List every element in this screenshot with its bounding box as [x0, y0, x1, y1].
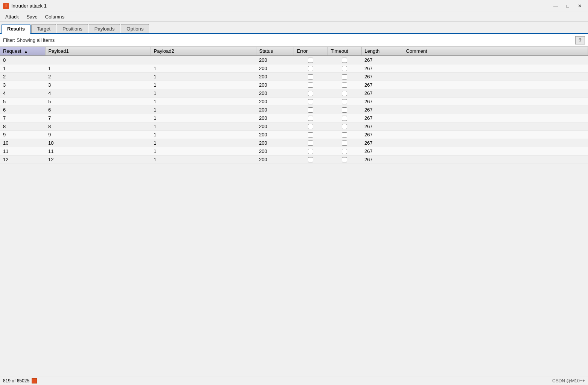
table-cell: 200	[256, 81, 294, 89]
table-row[interactable]: 11111200267	[0, 147, 588, 156]
timeout-checkbox[interactable]	[342, 157, 347, 162]
error-checkbox[interactable]	[308, 58, 313, 63]
menu-columns[interactable]: Columns	[41, 13, 68, 20]
table-row[interactable]: 111200267	[0, 64, 588, 73]
table-cell[interactable]	[294, 114, 328, 122]
table-row[interactable]: 991200267	[0, 131, 588, 139]
error-checkbox[interactable]	[308, 91, 313, 96]
table-cell: 200	[256, 64, 294, 73]
timeout-checkbox[interactable]	[342, 91, 347, 96]
table-cell[interactable]	[328, 139, 361, 147]
table-row[interactable]: 0200267	[0, 56, 588, 64]
table-cell[interactable]	[328, 81, 361, 89]
table-row[interactable]: 441200267	[0, 89, 588, 98]
table-cell: 267	[361, 139, 403, 147]
table-cell[interactable]	[328, 56, 361, 64]
table-cell[interactable]	[328, 64, 361, 73]
menu-save[interactable]: Save	[23, 13, 41, 20]
menu-attack[interactable]: Attack	[2, 13, 23, 20]
timeout-checkbox[interactable]	[342, 107, 347, 113]
table-cell: 4	[0, 89, 45, 98]
table-cell[interactable]	[294, 89, 328, 98]
table-cell[interactable]	[294, 98, 328, 106]
tab-results[interactable]: Results	[2, 24, 30, 34]
table-cell: 1	[151, 122, 256, 131]
tab-options[interactable]: Options	[121, 24, 149, 33]
timeout-checkbox[interactable]	[342, 66, 347, 71]
table-cell[interactable]	[328, 98, 361, 106]
table-cell[interactable]	[294, 156, 328, 164]
table-cell[interactable]	[294, 106, 328, 114]
table-header-row: Request ▲ Payload1 Payload2 Status Error…	[0, 47, 588, 56]
table-cell[interactable]	[294, 81, 328, 89]
table-cell: 1	[151, 89, 256, 98]
timeout-checkbox[interactable]	[342, 58, 347, 63]
timeout-checkbox[interactable]	[342, 124, 347, 129]
table-cell[interactable]	[328, 73, 361, 81]
table-row[interactable]: 881200267	[0, 122, 588, 131]
table-cell[interactable]	[328, 147, 361, 156]
table-row[interactable]: 551200267	[0, 98, 588, 106]
col-header-payload1[interactable]: Payload1	[45, 47, 151, 56]
error-checkbox[interactable]	[308, 157, 313, 162]
error-checkbox[interactable]	[308, 132, 313, 138]
table-cell[interactable]	[294, 73, 328, 81]
table-cell: 200	[256, 98, 294, 106]
timeout-checkbox[interactable]	[342, 141, 347, 146]
tab-target[interactable]: Target	[31, 24, 56, 33]
table-row[interactable]: 10101200267	[0, 139, 588, 147]
table-cell[interactable]	[294, 131, 328, 139]
error-checkbox[interactable]	[308, 99, 313, 104]
table-cell[interactable]	[294, 122, 328, 131]
error-checkbox[interactable]	[308, 124, 313, 129]
table-cell: 267	[361, 81, 403, 89]
timeout-checkbox[interactable]	[342, 132, 347, 138]
table-cell[interactable]	[294, 147, 328, 156]
error-checkbox[interactable]	[308, 116, 313, 121]
table-cell: 200	[256, 156, 294, 164]
error-checkbox[interactable]	[308, 82, 313, 88]
timeout-checkbox[interactable]	[342, 116, 347, 121]
timeout-checkbox[interactable]	[342, 74, 347, 79]
col-header-error[interactable]: Error	[294, 47, 328, 56]
table-cell[interactable]	[328, 89, 361, 98]
table-cell[interactable]	[294, 139, 328, 147]
table-cell: 0	[0, 56, 45, 64]
table-cell[interactable]	[328, 156, 361, 164]
table-row[interactable]: 771200267	[0, 114, 588, 122]
minimize-button[interactable]: —	[550, 2, 561, 10]
close-button[interactable]: ✕	[574, 2, 585, 10]
error-checkbox[interactable]	[308, 149, 313, 154]
col-header-length[interactable]: Length	[361, 47, 403, 56]
table-row[interactable]: 331200267	[0, 81, 588, 89]
help-button[interactable]: ?	[575, 36, 585, 44]
table-cell[interactable]	[294, 64, 328, 73]
timeout-checkbox[interactable]	[342, 82, 347, 88]
error-checkbox[interactable]	[308, 74, 313, 79]
table-cell[interactable]	[328, 114, 361, 122]
table-cell[interactable]	[294, 56, 328, 64]
col-header-request[interactable]: Request ▲	[0, 47, 45, 56]
table-cell: 267	[361, 73, 403, 81]
col-header-status[interactable]: Status	[256, 47, 294, 56]
table-row[interactable]: 221200267	[0, 73, 588, 81]
table-cell[interactable]	[328, 122, 361, 131]
window-controls: — □ ✕	[550, 2, 585, 10]
error-checkbox[interactable]	[308, 66, 313, 71]
table-cell[interactable]	[328, 131, 361, 139]
maximize-button[interactable]: □	[562, 2, 573, 10]
col-header-timeout[interactable]: Timeout	[328, 47, 361, 56]
tab-positions[interactable]: Positions	[57, 24, 88, 33]
table-row[interactable]: 661200267	[0, 106, 588, 114]
col-header-payload2[interactable]: Payload2	[151, 47, 256, 56]
tab-payloads[interactable]: Payloads	[89, 24, 120, 33]
table-cell[interactable]	[328, 106, 361, 114]
error-checkbox[interactable]	[308, 141, 313, 146]
table-cell: 267	[361, 98, 403, 106]
table-row[interactable]: 12121200267	[0, 156, 588, 164]
error-checkbox[interactable]	[308, 107, 313, 113]
timeout-checkbox[interactable]	[342, 149, 347, 154]
table-container[interactable]: Request ▲ Payload1 Payload2 Status Error…	[0, 47, 588, 376]
col-header-comment[interactable]: Comment	[403, 47, 588, 56]
timeout-checkbox[interactable]	[342, 99, 347, 104]
